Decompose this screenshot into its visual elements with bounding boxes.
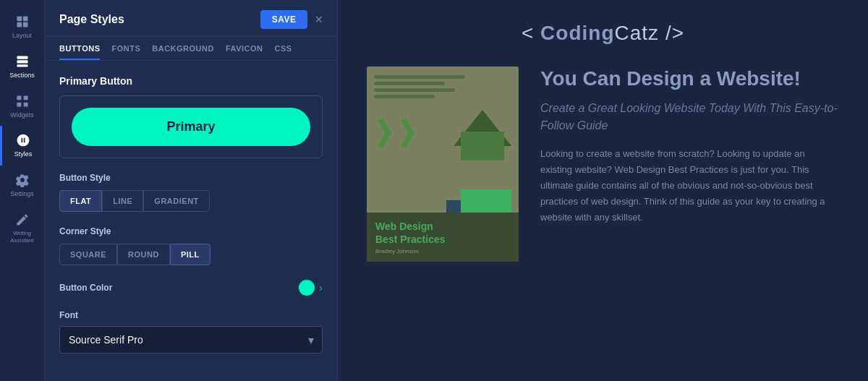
site-title-bold: Coding	[540, 22, 614, 44]
sidebar-item-label-styles: Styles	[14, 150, 33, 158]
writing-icon	[15, 213, 30, 227]
tab-favicon[interactable]: FAVICON	[226, 37, 263, 60]
sidebar-item-layout[interactable]: Layout	[0, 7, 44, 47]
sidebar-item-label-writing: Writing Assistant	[10, 230, 33, 244]
style-flat-button[interactable]: FLAT	[59, 190, 102, 212]
hero-heading: You Can Design a Website!	[540, 67, 839, 91]
panel-header: Page Styles SAVE ×	[45, 0, 337, 37]
button-style-label: Button Style	[59, 173, 323, 183]
svg-rect-6	[17, 64, 27, 67]
gear-icon	[15, 173, 30, 187]
chevron-right-icon: ›	[319, 282, 323, 294]
svg-rect-8	[23, 95, 27, 100]
sidebar: Layout Sections Widgets Styles Settings …	[0, 0, 45, 381]
content-row: ❯❯ Web DesignBest Practices Bradley John…	[367, 67, 839, 262]
svg-rect-2	[17, 22, 22, 27]
sidebar-item-label-layout: Layout	[12, 32, 32, 40]
svg-rect-10	[23, 102, 27, 106]
svg-rect-3	[22, 22, 27, 27]
site-title-prefix: <	[522, 22, 540, 44]
book-title: Web DesignBest Practices	[375, 220, 510, 246]
main-content: < CodingCatz /> ❯❯ Web DesignBest Practi	[338, 0, 868, 381]
corner-square-button[interactable]: SQUARE	[59, 244, 117, 265]
svg-rect-5	[17, 60, 27, 63]
font-select[interactable]: Source Serif Pro Arial Georgia Helvetica…	[59, 326, 323, 354]
save-button[interactable]: SAVE	[260, 10, 308, 29]
style-line-button[interactable]: LINE	[102, 190, 143, 212]
panel-content: Primary Button Primary Button Style FLAT…	[45, 61, 337, 368]
book-subtitle: Bradley Johnson	[375, 248, 510, 254]
corner-style-label: Corner Style	[59, 226, 323, 236]
book-line-4	[374, 95, 435, 98]
hero-text: You Can Design a Website! Create a Great…	[540, 67, 839, 226]
book-line-2	[374, 82, 445, 85]
svg-rect-1	[22, 17, 27, 22]
sidebar-item-label-settings: Settings	[10, 190, 34, 198]
style-gradient-button[interactable]: GRADIENT	[143, 190, 209, 212]
font-section: Font Source Serif Pro Arial Georgia Helv…	[59, 310, 323, 354]
primary-button-preview[interactable]: Primary	[72, 108, 310, 146]
primary-button-title: Primary Button	[59, 75, 323, 87]
sidebar-item-settings[interactable]: Settings	[0, 166, 44, 205]
button-style-group: FLAT LINE GRADIENT	[59, 190, 323, 212]
book-decorative-lines	[374, 75, 475, 98]
font-label: Font	[59, 310, 323, 320]
book-line-3	[374, 88, 455, 92]
tab-css[interactable]: CSS	[275, 37, 292, 60]
primary-button-preview-container: Primary	[59, 95, 323, 158]
book-text-area: Web DesignBest Practices Bradley Johnson	[367, 213, 519, 262]
sidebar-item-sections[interactable]: Sections	[0, 47, 44, 87]
sections-icon	[15, 54, 30, 69]
book-rect-shape	[461, 132, 504, 160]
corner-style-section: Corner Style SQUARE ROUND PILL	[59, 226, 323, 265]
styles-icon	[16, 133, 30, 147]
hero-body: Looking to create a website from scratch…	[540, 146, 839, 226]
layout-icon	[15, 14, 30, 29]
sidebar-item-widgets[interactable]: Widgets	[0, 87, 44, 127]
primary-button-section: Primary Button Primary	[59, 75, 323, 158]
hero-subheading: Create a Great Looking Website Today Wit…	[540, 100, 839, 134]
corner-round-button[interactable]: ROUND	[117, 244, 170, 265]
svg-rect-9	[17, 102, 21, 106]
tab-fonts[interactable]: FONTS	[111, 37, 140, 60]
button-color-label: Button Color	[59, 283, 112, 293]
button-color-section: Button Color ›	[59, 280, 323, 296]
svg-rect-0	[17, 17, 22, 22]
sidebar-item-label-widgets: Widgets	[10, 111, 34, 119]
tabs-bar: BUTTONS FONTS BACKGROUND FAVICON CSS	[45, 37, 337, 61]
book-cover: ❯❯ Web DesignBest Practices Bradley John…	[367, 67, 519, 262]
site-title: < CodingCatz />	[522, 22, 684, 45]
tab-buttons[interactable]: BUTTONS	[59, 37, 100, 60]
widgets-icon	[15, 94, 30, 108]
font-select-wrapper: Source Serif Pro Arial Georgia Helvetica…	[59, 326, 323, 354]
site-title-normal: Catz	[615, 22, 660, 44]
button-style-section: Button Style FLAT LINE GRADIENT	[59, 173, 323, 212]
site-title-suffix: />	[659, 22, 684, 44]
corner-pill-button[interactable]: PILL	[170, 244, 210, 265]
corner-style-group: SQUARE ROUND PILL	[59, 244, 323, 265]
color-swatch	[299, 280, 315, 296]
close-button[interactable]: ×	[315, 13, 323, 26]
sidebar-item-label-sections: Sections	[9, 72, 35, 80]
svg-rect-4	[17, 56, 27, 59]
book-arrow-icon: ❯❯	[373, 117, 419, 145]
panel-title: Page Styles	[59, 13, 124, 26]
sidebar-item-styles[interactable]: Styles	[0, 126, 44, 166]
tab-background[interactable]: BACKGROUND	[152, 37, 214, 60]
color-picker-trigger[interactable]: ›	[299, 280, 323, 296]
svg-rect-7	[17, 95, 21, 100]
book-line-1	[374, 75, 465, 79]
page-styles-panel: Page Styles SAVE × BUTTONS FONTS BACKGRO…	[45, 0, 338, 381]
sidebar-item-writing-assistant[interactable]: Writing Assistant	[0, 205, 44, 251]
